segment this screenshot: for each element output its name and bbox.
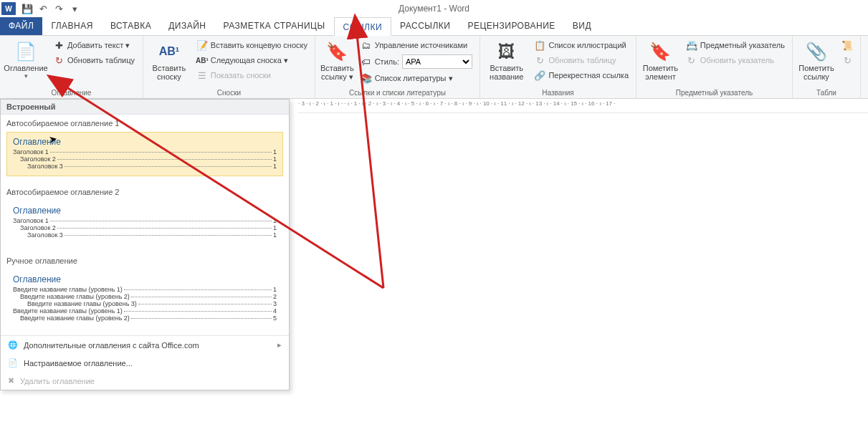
horizontal-ruler[interactable]: · 3 · ı · 2 · ı · 1 · ı · · ı · 1 · ı · … [298, 99, 868, 113]
insert-endnote-button[interactable]: 📝Вставить концевую сноску [194, 38, 310, 52]
toc-button-label: Оглавление [4, 64, 47, 72]
toc-custom-label: Настраиваемое оглавление... [24, 359, 133, 368]
ribbon: 📄 Оглавление ▾ ✚Добавить текст ▾ ↻Обнови… [0, 36, 868, 99]
toc-more-online[interactable]: 🌐 Дополнительные оглавления с сайта Offi… [1, 336, 289, 354]
style-icon: 🏷 [361, 56, 372, 67]
tab-insert[interactable]: ВСТАВКА [102, 16, 160, 35]
update-index-label: Обновить указатель [700, 56, 774, 64]
save-icon[interactable]: 💾 [22, 3, 33, 14]
toc-auto2-preview[interactable]: Оглавление Заголовок 11Заголовок 21Загол… [6, 201, 283, 245]
toc-remove[interactable]: ✖ Удалить оглавление [1, 372, 289, 390]
toa-icon-b: ↻ [841, 54, 853, 66]
mouse-cursor-icon: ➤ [48, 133, 59, 145]
tab-home[interactable]: ГЛАВНАЯ [42, 16, 102, 35]
group-footnotes: AB¹ Вставить сноску 📝Вставить концевую с… [143, 36, 315, 98]
update-captions-button[interactable]: ↻Обновить таблицу [531, 53, 631, 67]
toa-icon-a: 📜 [841, 39, 853, 51]
mark-entry-button[interactable]: 🔖 Пометить элемент [641, 38, 680, 87]
chevron-right-icon: ▸ [277, 340, 282, 350]
group-captions-label: Названия [485, 89, 631, 97]
list-of-figures-button[interactable]: 📋Список иллюстраций [531, 38, 631, 52]
group-citations-label: Ссылки и списки литературы [320, 89, 475, 97]
toa-extra-icon-2[interactable]: ↻ [839, 53, 856, 67]
insert-endnote-label: Вставить концевую сноску [211, 41, 307, 49]
caption-icon: 🖼 [495, 39, 518, 64]
group-citations: 🔖 Вставить ссылку ▾ 🗂Управление источник… [315, 36, 480, 98]
tab-page-layout[interactable]: РАЗМЕТКА СТРАНИЦЫ [215, 16, 334, 35]
toc-line: Заголовок 21 [13, 155, 277, 163]
list-figures-icon: 📋 [534, 39, 545, 51]
citation-icon: 🔖 [325, 39, 348, 64]
manage-sources-icon: 🗂 [361, 39, 372, 51]
insert-citation-button[interactable]: 🔖 Вставить ссылку ▾ [320, 38, 355, 87]
group-index-label: Предметный указатель [641, 89, 788, 97]
show-notes-icon: ☰ [196, 69, 208, 81]
undo-icon[interactable]: ↶ [37, 3, 49, 14]
toc-auto2-heading: Оглавление [13, 206, 277, 216]
show-notes-button[interactable]: ☰Показать сноски [194, 68, 310, 82]
update-captions-label: Обновить таблицу [548, 56, 616, 64]
bibliography-label: Список литературы ▾ [375, 74, 453, 83]
document-area[interactable] [298, 113, 868, 427]
toa-extra-icon-1[interactable]: 📜 [839, 38, 856, 52]
mark-entry-label: Пометить элемент [641, 64, 680, 81]
next-footnote-icon: AB¹ [196, 54, 208, 66]
insert-index-button[interactable]: 📇Предметный указатель [683, 38, 788, 52]
toc-custom[interactable]: 📄 Настраиваемое оглавление... [1, 354, 289, 372]
toc-auto1-title: Автособираемое оглавление 1 [1, 115, 289, 130]
mark-entry-icon: 🔖 [649, 39, 672, 64]
next-footnote-button[interactable]: AB¹Следующая сноска ▾ [194, 53, 310, 67]
tab-references[interactable]: ССЫЛКИ [334, 17, 391, 36]
toc-line: Введите название главы (уровень 2)2 [13, 293, 277, 300]
insert-citation-label: Вставить ссылку ▾ [320, 64, 355, 81]
toc-button[interactable]: 📄 Оглавление ▾ [4, 38, 47, 87]
insert-index-icon: 📇 [686, 39, 697, 51]
update-index-icon: ↻ [686, 54, 697, 66]
mark-citation-icon: 📎 [805, 39, 828, 64]
toc-auto2-title: Автособираемое оглавление 2 [1, 183, 289, 198]
ruler-ticks: · 3 · ı · 2 · ı · 1 · ı · · ı · 1 · ı · … [298, 100, 868, 112]
tab-mailings[interactable]: РАССЫЛКИ [391, 16, 459, 35]
toc-line: Заголовок 31 [13, 163, 277, 170]
toc-auto2-lines: Заголовок 11Заголовок 21Заголовок 31 [13, 217, 277, 239]
tab-design[interactable]: ДИЗАЙН [160, 16, 214, 35]
insert-footnote-button[interactable]: AB¹ Вставить сноску [148, 38, 191, 87]
redo-icon[interactable]: ↷ [53, 3, 65, 14]
insert-caption-button[interactable]: 🖼 Вставить название [485, 38, 528, 87]
list-icon: 📄 [8, 358, 18, 368]
toc-line: Заголовок 11 [13, 148, 277, 155]
insert-index-label: Предметный указатель [700, 41, 785, 49]
update-toc-label: Обновить таблицу [67, 56, 135, 64]
toc-remove-label: Удалить оглавление [20, 377, 95, 385]
add-text-button[interactable]: ✚Добавить текст ▾ [50, 38, 138, 52]
manage-sources-button[interactable]: 🗂Управление источниками [358, 38, 475, 52]
style-label: Стиль: [375, 57, 399, 66]
tab-review[interactable]: РЕЦЕНЗИРОВАНИЕ [459, 16, 563, 35]
toc-icon: 📄 [14, 39, 37, 64]
toc-manual-lines: Введите название главы (уровень 1)1Введи… [13, 286, 277, 322]
toc-manual-preview[interactable]: Оглавление Введите название главы (урове… [6, 269, 283, 328]
toc-line: Заголовок 21 [13, 224, 277, 231]
cross-ref-label: Перекрестная ссылка [548, 71, 629, 80]
word-app-icon: W [1, 2, 16, 15]
title-bar: W 💾 ↶ ↷ ▾ Документ1 - Word [0, 0, 868, 17]
toc-line: Введите название главы (уровень 3)3 [13, 300, 277, 307]
citation-style-select[interactable]: APA [402, 54, 472, 69]
update-index-button[interactable]: ↻Обновить указатель [683, 53, 788, 67]
mark-citation-button[interactable]: 📎 Пометить ссылку [797, 38, 836, 87]
list-of-figures-label: Список иллюстраций [548, 41, 626, 49]
update-toc-button[interactable]: ↻Обновить таблицу [50, 53, 138, 67]
citation-style-row: 🏷 Стиль: APA [358, 53, 475, 70]
cross-ref-icon: 🔗 [534, 69, 545, 81]
toc-line: Введите название главы (уровень 2)5 [13, 315, 277, 322]
cross-ref-button[interactable]: 🔗Перекрестная ссылка [531, 68, 631, 82]
tab-file[interactable]: ФАЙЛ [0, 16, 42, 35]
tab-view[interactable]: ВИД [564, 16, 600, 35]
bibliography-button[interactable]: 📚Список литературы ▾ [358, 71, 475, 85]
toc-line: Заголовок 31 [13, 231, 277, 239]
quick-access-toolbar: 💾 ↶ ↷ ▾ [22, 3, 80, 14]
group-toa: 📎 Пометить ссылку 📜 ↻ Табли [793, 36, 861, 98]
update-toc-icon: ↻ [53, 54, 65, 66]
qat-more-icon[interactable]: ▾ [69, 3, 80, 14]
document-title: Документ1 - Word [399, 4, 469, 14]
